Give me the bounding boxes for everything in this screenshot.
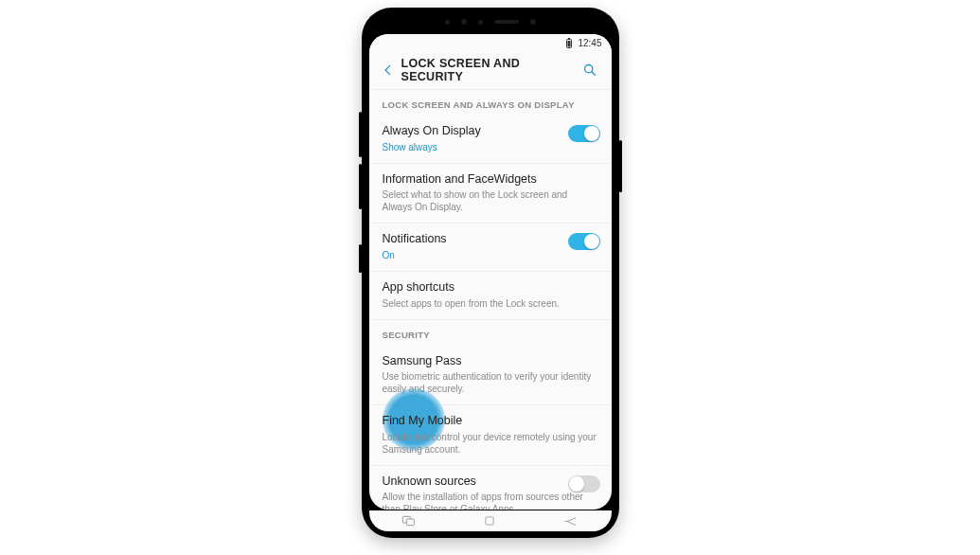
volume-down-button xyxy=(359,164,362,209)
screen: 12:45 LOCK SCREEN AND SECURITY LOCK SCRE… xyxy=(369,34,612,510)
svg-rect-2 xyxy=(568,41,571,47)
row-title: Notifications xyxy=(383,232,598,247)
nav-bar xyxy=(369,510,612,531)
row-notifications[interactable]: Notifications On xyxy=(369,223,612,271)
back-button[interactable] xyxy=(375,51,401,89)
row-subtitle: Use biometric authentication to verify y… xyxy=(383,370,598,395)
toggle-notifications[interactable] xyxy=(568,233,600,250)
volume-up-button xyxy=(359,112,362,157)
phone-frame: 12:45 LOCK SCREEN AND SECURITY LOCK SCRE… xyxy=(362,8,619,538)
row-information-facewidgets[interactable]: Information and FaceWidgets Select what … xyxy=(369,163,612,224)
back-nav-button[interactable] xyxy=(552,510,590,531)
recents-button[interactable] xyxy=(390,510,428,531)
svg-rect-1 xyxy=(568,38,570,40)
row-title: Always On Display xyxy=(383,124,598,139)
app-header: LOCK SCREEN AND SECURITY xyxy=(369,51,612,89)
row-subtitle: Show always xyxy=(383,141,598,153)
row-find-my-mobile[interactable]: Find My Mobile Locate and control your d… xyxy=(369,404,612,465)
home-button[interactable] xyxy=(471,510,508,531)
battery-icon xyxy=(564,38,574,48)
row-samsung-pass[interactable]: Samsung Pass Use biometric authenticatio… xyxy=(369,346,612,405)
sensor-cluster xyxy=(445,19,536,25)
row-title: App shortcuts xyxy=(383,280,598,295)
section-lockscreen: LOCK SCREEN AND ALWAYS ON DISPLAY xyxy=(369,89,612,116)
row-subtitle: Locate and control your device remotely … xyxy=(383,431,598,456)
section-security: SECURITY xyxy=(369,319,612,346)
row-title: Unknown sources xyxy=(383,474,598,490)
row-title: Samsung Pass xyxy=(383,354,598,369)
power-button xyxy=(619,140,622,192)
row-subtitle: On xyxy=(383,249,598,261)
row-app-shortcuts[interactable]: App shortcuts Select apps to open from t… xyxy=(369,271,612,319)
row-unknown-sources[interactable]: Unknown sources Allow the installation o… xyxy=(369,465,612,510)
toggle-always-on-display[interactable] xyxy=(568,125,600,142)
toggle-unknown-sources[interactable] xyxy=(568,475,600,492)
row-title: Find My Mobile xyxy=(383,414,598,429)
bixby-button xyxy=(359,244,362,273)
settings-list[interactable]: LOCK SCREEN AND ALWAYS ON DISPLAY Always… xyxy=(369,89,612,510)
svg-rect-7 xyxy=(486,517,493,525)
status-bar: 12:45 xyxy=(369,34,612,51)
status-time: 12:45 xyxy=(578,38,601,48)
row-subtitle: Select what to show on the Lock screen a… xyxy=(383,188,598,213)
row-subtitle: Select apps to open from the Lock screen… xyxy=(383,297,598,310)
row-subtitle: Allow the installation of apps from sour… xyxy=(383,491,598,510)
search-button[interactable] xyxy=(574,51,606,89)
row-title: Information and FaceWidgets xyxy=(383,172,598,188)
row-always-on-display[interactable]: Always On Display Show always xyxy=(369,116,612,163)
page-title: LOCK SCREEN AND SECURITY xyxy=(401,57,574,83)
svg-rect-6 xyxy=(406,519,414,526)
svg-line-4 xyxy=(592,72,595,75)
